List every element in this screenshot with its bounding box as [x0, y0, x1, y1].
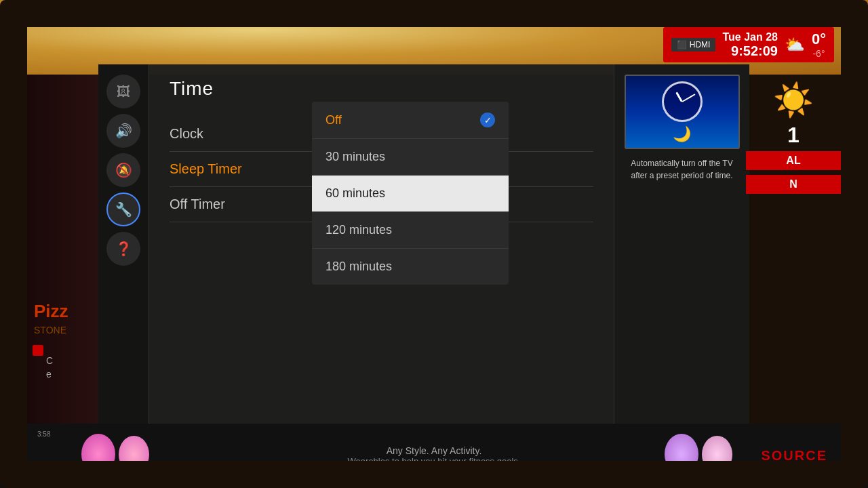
dropdown-item-60min[interactable]: 60 minutes [312, 176, 509, 212]
sidebar-icon-sound[interactable]: 🔊 [106, 114, 140, 148]
pizza-logo: Pizz [34, 301, 68, 322]
date-time-display: Tue Jan 28 9:52:09 [722, 31, 778, 59]
pizza-store: STONE [34, 325, 66, 336]
watch-product-1 [81, 434, 115, 474]
weather-temp-big: 1 [787, 123, 800, 148]
menu-content: Time Clock Sleep Timer Off Timer Off ✓ 3… [149, 64, 614, 424]
right-channel-content: ☀️ 1 AL N [746, 75, 841, 424]
channel-letter-e: e [46, 369, 52, 380]
clock-face-preview [662, 81, 703, 122]
sleep-timer-dropdown: Off ✓ 30 minutes 60 minutes 120 minutes … [312, 102, 509, 285]
moon-icon: 🌙 [673, 125, 691, 143]
clock-preview: 🌙 [625, 75, 740, 149]
channel-letter-c: C [46, 355, 53, 366]
date-text: Tue Jan 28 [722, 31, 778, 43]
weather-icon: ⛅ [785, 35, 805, 54]
wearables-bar: Any Style. Any Activity. Wearables to he… [0, 424, 868, 488]
hdmi-badge: ⬛ HDMI [671, 38, 715, 52]
watch-product-2 [119, 436, 149, 473]
sidebar: 🖼 🔊 🔕 🔧 ❓ [98, 64, 149, 424]
sidebar-icon-mute[interactable]: 🔕 [106, 153, 140, 187]
wearables-tagline: Any Style. Any Activity. [348, 445, 521, 456]
clock-minute-hand [682, 94, 695, 102]
dropdown-item-120min[interactable]: 120 minutes [312, 212, 509, 249]
sidebar-icon-settings[interactable]: 🔧 [106, 192, 140, 226]
left-channel-content: Pizz STONE C e [27, 75, 102, 424]
timestamp-label: 3:58 [37, 430, 50, 438]
dropdown-item-30min[interactable]: 30 minutes [312, 139, 509, 176]
dropdown-item-off[interactable]: Off ✓ [312, 102, 509, 139]
temp-main: 0° [812, 30, 826, 48]
watch-product-4 [702, 436, 732, 473]
red-dot [33, 345, 43, 356]
sidebar-icon-picture[interactable]: 🖼 [106, 75, 140, 108]
dropdown-item-180min[interactable]: 180 minutes [312, 249, 509, 285]
source-button[interactable]: SOURCE [761, 448, 827, 464]
help-description: Automatically turn off the TV after a pr… [625, 157, 739, 182]
sidebar-icon-help[interactable]: ❓ [106, 232, 140, 266]
monitor-icon: ⬛ [677, 40, 687, 49]
banner-red-al: AL [746, 151, 841, 170]
help-panel: 🌙 Automatically turn off the TV after a … [614, 64, 749, 424]
sunny-icon: ☀️ [746, 81, 841, 119]
weather-temps: 1 [746, 123, 841, 148]
temp-low: -6° [812, 48, 825, 59]
menu-overlay: 🖼 🔊 🔕 🔧 ❓ Time Clock Sleep Timer Off Tim… [98, 64, 749, 424]
wearables-subtext: Wearables to help you hit your fitness g… [348, 456, 521, 466]
menu-title: Time [170, 78, 593, 100]
watch-product-3 [665, 434, 698, 474]
time-text: 9:52:09 [731, 43, 778, 59]
banner-red-n: N [746, 175, 841, 194]
check-icon: ✓ [480, 113, 495, 127]
top-info-bar: ⬛ HDMI Tue Jan 28 9:52:09 ⛅ 0° -6° [663, 27, 834, 62]
